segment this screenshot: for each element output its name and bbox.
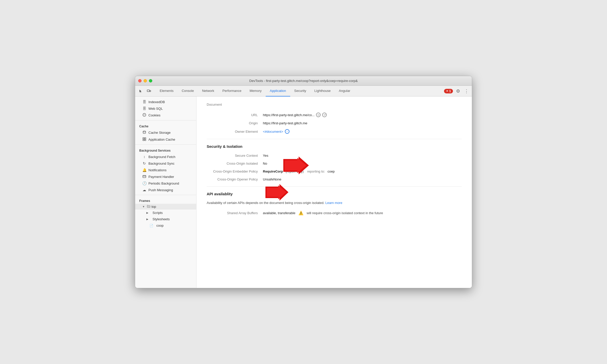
owner-element-label: Owner Element [207,130,263,134]
section-divider-1 [207,139,462,139]
owner-element-value[interactable]: <#document> i [263,129,289,134]
cloud-icon: ☁ [142,188,146,192]
close-button[interactable] [138,79,142,82]
bg-divider [135,144,196,145]
cross-origin-isolated-row: Cross-Origin Isolated No [207,162,462,165]
origin-value: https://first-party-test.glitch.me [263,121,307,125]
sidebar-item-cookies[interactable]: Cookies [135,112,196,119]
settings-button[interactable]: ⚙ [455,87,461,95]
coep-reporting-label: reporting to: [307,169,325,173]
coep-reporting-value: coep [328,169,335,173]
coop-label: coop [156,224,164,227]
tree-arrow-down: ▼ [142,205,145,208]
tab-angular[interactable]: Angular [335,86,354,96]
learn-more-link[interactable]: Learn more [325,201,342,205]
coop-value: UnsafeNone [263,177,281,181]
card-icon [142,175,146,179]
owner-info-icon[interactable]: i [285,129,289,134]
sidebar-item-periodic-bg[interactable]: 🕐 Periodic Background [135,180,196,187]
scripts-label: Scripts [153,211,163,215]
tab-application[interactable]: Application [266,86,290,96]
sidebar-item-top-frame[interactable]: ▼ top [135,204,196,210]
error-x-icon: ✕ [446,90,448,92]
url-value: https://first-party-test.glitch.me/co...… [263,113,327,117]
db-icon: 🗄 [142,100,146,104]
svg-marker-16 [267,185,286,199]
api-section-title: API availablity [207,192,233,196]
tab-list: Elements Console Network Performance Mem… [156,86,444,96]
cookie-icon [142,113,146,117]
coep-extra: (report-only) [286,169,304,173]
tab-memory[interactable]: Memory [246,86,266,96]
section-divider-2 [207,186,462,187]
tab-lighthouse[interactable]: Lighthouse [310,86,335,96]
secure-context-label: Secure Context [207,154,263,157]
origin-label: Origin [207,121,263,125]
cross-origin-isolated-label: Cross-Origin Isolated [207,162,263,165]
sidebar-item-push-messaging[interactable]: ☁ Push Messaging [135,187,196,193]
minimize-button[interactable] [144,79,147,82]
maximize-button[interactable] [149,79,152,82]
url-refresh-icon[interactable]: ↺ [322,113,327,117]
tab-network[interactable]: Network [198,86,218,96]
error-count: 1 [449,89,451,93]
cache-divider [135,120,196,120]
svg-point-4 [145,114,145,115]
svg-rect-1 [150,90,151,92]
svg-point-6 [143,131,146,132]
svg-rect-0 [147,90,149,92]
secure-context-row: Secure Context Yes [207,154,462,157]
sidebar-item-indexeddb[interactable]: 🗄 IndexedDB [135,99,196,105]
sidebar-item-cache-storage[interactable]: Cache Storage [135,129,196,136]
svg-point-5 [144,115,144,116]
secure-context-value: Yes [263,154,268,157]
sidebar-item-application-cache[interactable]: Application Cache [135,136,196,143]
sidebar-item-notifications[interactable]: 🔔 Notifications [135,167,196,173]
error-badge[interactable]: ✕ 1 [444,89,453,93]
top-frame-label: top [151,205,156,209]
svg-rect-10 [145,139,146,141]
shared-buffers-label: Shared Array Buffers [207,211,263,215]
bg-section-label: Background Services [135,146,196,153]
url-row: URL https://first-party-test.glitch.me/c… [207,113,462,117]
svg-point-3 [144,114,144,115]
sidebar-item-payment-handler[interactable]: Payment Handler [135,173,196,180]
url-link-icon[interactable]: ⊙ [316,113,321,117]
sidebar-item-stylesheets[interactable]: ▶ Stylesheets [135,216,196,222]
devtools-window: DevTools - first-party-test.glitch.me/co… [135,76,472,288]
api-description: Availability of certain APIs depends on … [207,200,462,205]
sidebar-item-bg-fetch[interactable]: ↕ Background Fetch [135,153,196,160]
sidebar-item-bg-sync[interactable]: ↻ Background Sync [135,160,196,167]
cursor-tool-button[interactable] [137,88,144,95]
tab-elements[interactable]: Elements [156,86,178,96]
cache-section-label: Cache [135,122,196,129]
window-title: DevTools - first-party-test.glitch.me/co… [249,79,358,83]
more-options-button[interactable]: ⋮ [463,87,470,95]
main-layout: 🗄 IndexedDB 🗄 Web SQL Cookies [135,96,472,288]
scripts-tree-arrow: ▶ [146,211,149,214]
app-cache-icon [142,137,146,142]
tab-console[interactable]: Console [178,86,198,96]
svg-rect-9 [143,139,144,141]
shared-buffers-row: Shared Array Buffers available, transfer… [207,211,462,215]
warning-icon: ⚠️ [298,211,304,215]
cursor-icon [139,89,143,93]
clock-icon: 🕐 [142,181,146,185]
coep-row: Cross-Origin Embedder Policy RequireCorp… [207,169,462,173]
db2-icon: 🗄 [142,106,146,111]
svg-rect-8 [145,138,146,139]
sidebar: 🗄 IndexedDB 🗄 Web SQL Cookies [135,96,196,288]
sidebar-item-coop[interactable]: 📄 coop [135,222,196,229]
sync-icon: ↻ [142,161,146,165]
svg-point-2 [143,113,146,116]
tab-security[interactable]: Security [290,86,310,96]
device-icon [147,89,151,93]
security-section-title: Security & Isolation [207,144,462,149]
coop-row: Cross-Origin Opener Policy UnsafeNone [207,177,462,181]
tab-performance[interactable]: Performance [218,86,246,96]
device-toggle-button[interactable] [145,88,153,95]
sidebar-item-websql[interactable]: 🗄 Web SQL [135,105,196,112]
sidebar-item-scripts[interactable]: ▶ Scripts [135,210,196,216]
traffic-lights [138,79,152,82]
titlebar: DevTools - first-party-test.glitch.me/co… [135,76,472,86]
